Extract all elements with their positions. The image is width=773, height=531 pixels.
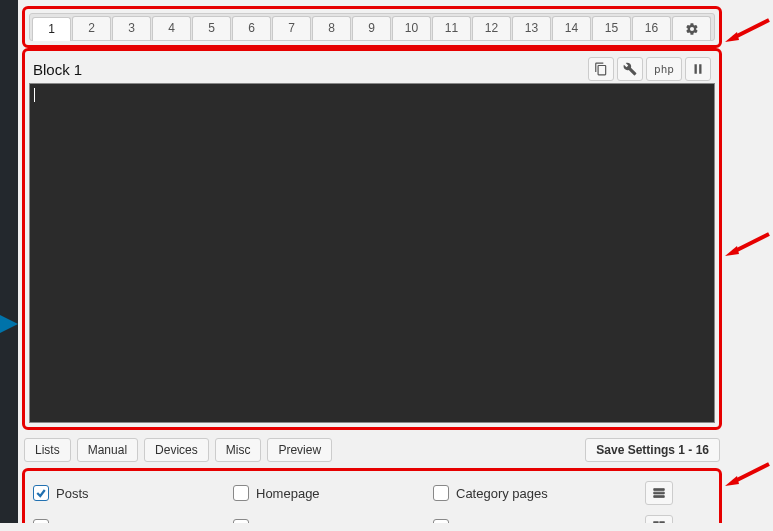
tab-1[interactable]: 1: [32, 17, 71, 41]
tab-12[interactable]: 12: [472, 16, 511, 40]
svg-marker-6: [725, 476, 739, 486]
left-buttons: Lists Manual Devices Misc Preview: [24, 438, 332, 462]
checkbox-icon: [33, 485, 49, 501]
annotation-arrow-2: [721, 230, 771, 260]
check-label: Category pages: [456, 486, 548, 501]
tab-16[interactable]: 16: [632, 16, 671, 40]
tab-11[interactable]: 11: [432, 16, 471, 40]
wrench-icon: [623, 62, 637, 76]
save-settings-button[interactable]: Save Settings 1 - 16: [585, 438, 720, 462]
pause-button[interactable]: [685, 57, 711, 81]
sidebar-active-marker: [0, 315, 18, 333]
check-homepage[interactable]: Homepage: [233, 485, 433, 501]
devices-button[interactable]: Devices: [144, 438, 209, 462]
code-editor[interactable]: [29, 83, 715, 423]
check-label: Homepage: [256, 486, 320, 501]
checkbox-icon: [433, 485, 449, 501]
manual-button[interactable]: Manual: [77, 438, 138, 462]
tab-14[interactable]: 14: [552, 16, 591, 40]
tab-9[interactable]: 9: [352, 16, 391, 40]
actions-row: Lists Manual Devices Misc Preview Save S…: [22, 432, 722, 468]
block-tabs: 1 2 3 4 5 6 7 8 9 10 11 12 13 14 15 16: [29, 13, 715, 41]
tab-3[interactable]: 3: [112, 16, 151, 40]
tab-13[interactable]: 13: [512, 16, 551, 40]
annotation-box-tabs: 1 2 3 4 5 6 7 8 9 10 11 12 13 14 15 16: [22, 6, 722, 48]
preview-button[interactable]: Preview: [267, 438, 332, 462]
tab-6[interactable]: 6: [232, 16, 271, 40]
annotation-box-placement: Posts Homepage Category pages Static pag…: [22, 468, 722, 531]
block-header: Block 1 php: [29, 55, 715, 83]
tab-5[interactable]: 5: [192, 16, 231, 40]
main-content: 1 2 3 4 5 6 7 8 9 10 11 12 13 14 15 16 B…: [22, 0, 722, 531]
check-posts[interactable]: Posts: [33, 485, 233, 501]
tab-2[interactable]: 2: [72, 16, 111, 40]
copy-icon: [594, 62, 608, 76]
check-label: Posts: [56, 486, 89, 501]
block-tools: php: [588, 57, 711, 81]
block-title: Block 1: [33, 61, 82, 78]
php-button[interactable]: php: [646, 57, 682, 81]
tab-7[interactable]: 7: [272, 16, 311, 40]
lists-button[interactable]: Lists: [24, 438, 71, 462]
annotation-arrow-3: [721, 460, 771, 490]
tab-settings[interactable]: [672, 16, 711, 40]
gear-icon: [685, 22, 699, 36]
bottom-crop: [0, 523, 773, 531]
tab-8[interactable]: 8: [312, 16, 351, 40]
tab-10[interactable]: 10: [392, 16, 431, 40]
annotation-arrow-1: [721, 16, 771, 46]
editor-cursor: [34, 88, 35, 102]
svg-marker-5: [725, 246, 739, 256]
list-icon: [652, 486, 666, 500]
svg-marker-4: [725, 32, 739, 42]
check-category[interactable]: Category pages: [433, 485, 633, 501]
copy-button[interactable]: [588, 57, 614, 81]
checkbox-icon: [233, 485, 249, 501]
pause-icon: [691, 62, 705, 76]
annotation-box-editor: Block 1 php: [22, 48, 722, 430]
tab-4[interactable]: 4: [152, 16, 191, 40]
admin-sidebar-stub: [0, 0, 18, 531]
list-view-button[interactable]: [645, 481, 673, 505]
tools-button[interactable]: [617, 57, 643, 81]
tab-15[interactable]: 15: [592, 16, 631, 40]
misc-button[interactable]: Misc: [215, 438, 262, 462]
